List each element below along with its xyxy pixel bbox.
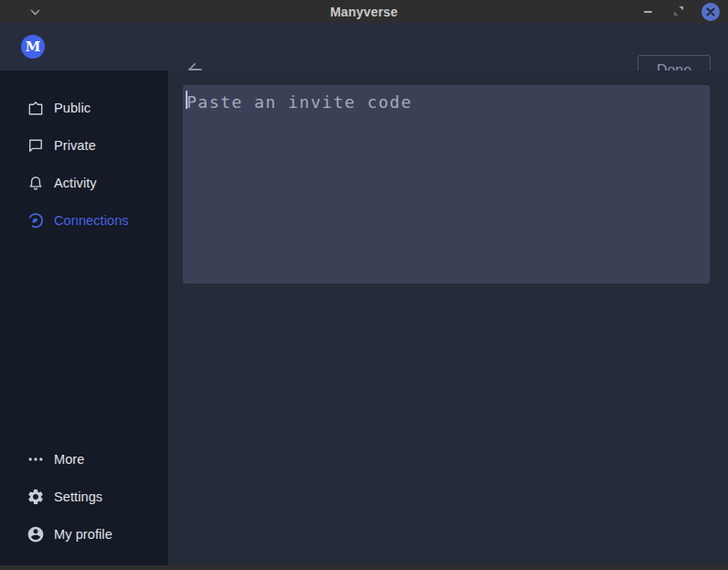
- sidebar-bottom-group: More Settings My profile: [0, 440, 168, 553]
- sidebar-item-label: Private: [54, 138, 96, 153]
- sidebar-item-connections[interactable]: Connections: [0, 201, 168, 239]
- sidebar: Public Private Activity: [0, 70, 168, 565]
- sidebar-item-my-profile[interactable]: My profile: [0, 515, 168, 553]
- window-title: Manyverse: [0, 5, 728, 19]
- main-content: [168, 70, 728, 565]
- sidebar-top-group: Public Private Activity: [0, 89, 168, 239]
- sidebar-item-label: Connections: [54, 213, 129, 228]
- app-header: M Done: [0, 23, 728, 70]
- close-icon: [706, 4, 715, 20]
- window-bottom-border: [0, 565, 728, 570]
- titlebar: Manyverse: [0, 0, 728, 23]
- close-button[interactable]: [701, 3, 720, 21]
- window-controls: [639, 0, 720, 23]
- account-icon: [26, 524, 46, 544]
- connections-icon: [26, 210, 46, 231]
- sidebar-item-activity[interactable]: Activity: [0, 164, 168, 201]
- bulletin-board-icon: [26, 98, 46, 118]
- message-icon: [26, 135, 46, 156]
- invite-code-input[interactable]: [183, 85, 710, 284]
- sidebar-item-label: My profile: [54, 527, 112, 542]
- chevron-down-icon: [30, 4, 40, 20]
- sidebar-item-more[interactable]: More: [0, 440, 168, 478]
- minimize-button[interactable]: [639, 4, 656, 20]
- manyverse-logo: M: [21, 35, 45, 59]
- window-menu-button[interactable]: [27, 5, 42, 19]
- sidebar-item-label: Activity: [54, 176, 97, 190]
- restore-icon: [673, 4, 684, 20]
- restore-button[interactable]: [670, 4, 687, 20]
- bell-icon: [26, 173, 46, 193]
- sidebar-item-label: Settings: [54, 489, 102, 504]
- sidebar-item-label: Public: [54, 101, 91, 115]
- sidebar-item-public[interactable]: Public: [0, 89, 168, 126]
- minimize-icon: [644, 11, 652, 13]
- sidebar-item-settings[interactable]: Settings: [0, 478, 168, 515]
- gear-icon: [26, 487, 46, 507]
- sidebar-item-label: More: [54, 452, 84, 467]
- sidebar-item-private[interactable]: Private: [0, 126, 168, 164]
- dots-icon: [26, 449, 46, 469]
